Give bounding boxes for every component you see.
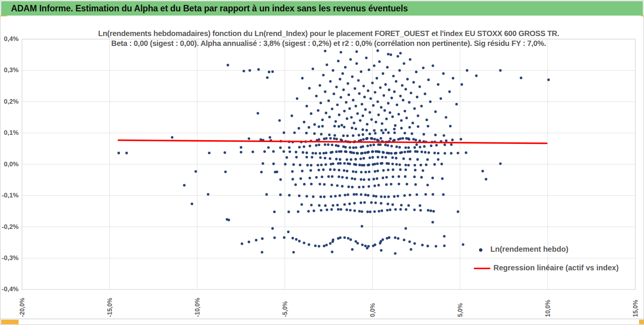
x-tick-label: -5,0%: [282, 301, 289, 317]
legend-label-scatter: Ln(rendement hebdo): [490, 245, 569, 254]
x-tick-label: -20,0%: [19, 298, 26, 317]
y-tick-label: -0,1%: [0, 192, 19, 199]
x-tick-label: 5,0%: [457, 303, 464, 317]
report-title-bar: ADAM Informe. Estimation du Alpha et du …: [1, 1, 643, 16]
y-tick-label: 0,0%: [0, 161, 19, 168]
x-tick-label: 15,0%: [632, 300, 639, 317]
y-tick-label: 0,1%: [0, 129, 19, 137]
x-tick-label: -15,0%: [107, 298, 113, 317]
chart-object[interactable]: Ln(rendements hebdomadaires) fonction du…: [0, 16, 644, 319]
selection-handle-bottom-right[interactable]: [639, 320, 644, 324]
chart-frame-bottom-edge: [0, 319, 644, 319]
y-tick-label: -0,3%: [0, 254, 19, 262]
legend-label-regression: Regression linéaire (actif vs index): [493, 263, 619, 272]
x-tick-label: 10,0%: [545, 300, 551, 317]
plot-svg: [0, 16, 644, 319]
y-tick-label: -0,4%: [0, 286, 19, 293]
selection-handle-bottom-left[interactable]: [1, 320, 19, 324]
x-tick-label: 0,0%: [369, 303, 376, 317]
y-tick-label: 0,2%: [0, 98, 19, 106]
y-tick-label: -0,2%: [0, 223, 19, 231]
app-window: ADAM Informe. Estimation du Alpha et du …: [0, 0, 644, 325]
report-title: ADAM Informe. Estimation du Alpha et du …: [11, 3, 408, 14]
y-tick-label: 0,4%: [0, 35, 19, 43]
x-tick-label: -10,0%: [194, 298, 201, 317]
regression-legend-marker-icon: [474, 268, 490, 269]
scatter-legend-marker-icon: [479, 248, 482, 252]
y-tick-label: 0,3%: [0, 66, 19, 74]
